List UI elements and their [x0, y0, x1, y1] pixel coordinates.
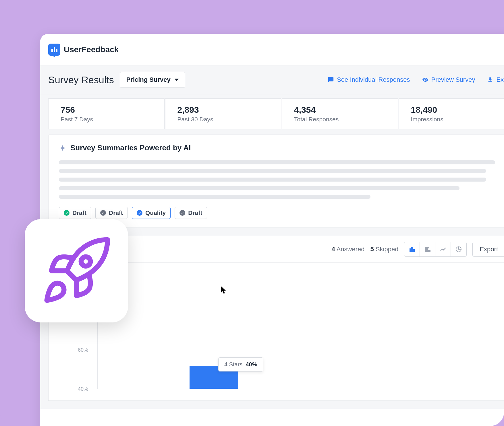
skeleton-line: [59, 195, 370, 199]
y-tick: 40%: [78, 386, 88, 392]
svg-rect-0: [410, 249, 411, 252]
check-circle-icon: [137, 210, 142, 216]
skeleton-line: [59, 169, 486, 173]
see-responses-link[interactable]: See Individual Responses: [328, 76, 410, 83]
page-title: Survey Results: [48, 74, 114, 85]
skipped-stat: 5 Skipped: [370, 246, 399, 253]
export-link[interactable]: Export: [487, 76, 504, 83]
svg-rect-2: [413, 250, 414, 252]
stat-label: Total Responses: [294, 116, 386, 123]
horizontal-bar-icon: [424, 246, 431, 253]
skeleton-line: [59, 160, 495, 164]
answered-stat: 4 Answered: [332, 246, 365, 253]
logo-icon: [48, 44, 60, 56]
chart-type-pie-button[interactable]: [451, 242, 466, 256]
chart-tooltip: 4 Stars 40%: [218, 357, 263, 371]
stat-card-30days: 2,893 Past 30 Days: [165, 98, 281, 129]
stat-value: 18,490: [411, 105, 503, 115]
stat-card-total: 4,354 Total Responses: [282, 98, 398, 129]
brand-name: UserFeedback: [64, 45, 119, 54]
survey-dropdown[interactable]: Pricing Survey: [120, 72, 185, 88]
chart-type-line-button[interactable]: [435, 242, 451, 256]
svg-point-7: [81, 257, 90, 266]
check-circle-icon: [100, 210, 106, 216]
ai-summary-card: Survey Summaries Powered by AI Draft Dra…: [48, 135, 504, 228]
svg-rect-3: [425, 247, 429, 248]
rocket-icon: [39, 234, 114, 308]
stat-value: 4,354: [294, 105, 386, 115]
skeleton-line: [59, 178, 486, 182]
tag-draft[interactable]: Draft: [59, 207, 91, 219]
stat-value: 2,893: [177, 105, 269, 115]
tags-row: Draft Draft Quality Draft: [59, 207, 504, 219]
outer-frame: UserFeedback Survey Results Pricing Surv…: [0, 0, 504, 426]
chart-type-group: [404, 242, 467, 257]
line-chart-icon: [440, 246, 447, 253]
stat-label: Past 7 Days: [61, 116, 152, 123]
stat-value: 756: [61, 105, 152, 115]
eye-icon: [422, 77, 428, 83]
stat-card-impressions: 18,490 Impressions: [399, 98, 504, 129]
chevron-down-icon: [175, 79, 179, 81]
svg-rect-1: [412, 247, 413, 252]
topbar: UserFeedback: [40, 34, 504, 65]
bar-chart-icon: [409, 246, 416, 253]
chart-type-hbar-button[interactable]: [420, 242, 435, 256]
svg-rect-5: [425, 250, 430, 252]
skeleton-line: [59, 186, 459, 190]
subheader-actions: See Individual Responses Preview Survey …: [328, 76, 504, 83]
svg-rect-4: [425, 249, 428, 250]
dropdown-selected: Pricing Survey: [126, 76, 171, 83]
chart-plot: 4 Stars 40%: [97, 274, 501, 389]
stat-card-7days: 756 Past 7 Days: [48, 98, 165, 129]
pie-chart-icon: [455, 246, 462, 253]
ai-header: Survey Summaries Powered by AI: [59, 143, 504, 152]
question-export-button[interactable]: Export: [472, 242, 504, 257]
sparkle-icon: [59, 144, 66, 152]
rocket-overlay: [25, 219, 128, 322]
preview-survey-link[interactable]: Preview Survey: [422, 76, 475, 83]
download-icon: [487, 77, 493, 83]
tag-draft[interactable]: Draft: [95, 207, 128, 219]
y-tick: 60%: [78, 347, 88, 353]
stat-label: Past 30 Days: [177, 116, 269, 123]
tag-draft[interactable]: Draft: [175, 207, 207, 219]
logo[interactable]: UserFeedback: [48, 44, 119, 56]
comment-icon: [328, 77, 334, 83]
ai-title: Survey Summaries Powered by AI: [70, 143, 191, 152]
cursor-icon: [221, 286, 227, 294]
stats-row: 756 Past 7 Days 2,893 Past 30 Days 4,354…: [40, 94, 504, 135]
check-circle-icon: [64, 210, 69, 216]
stat-label: Impressions: [411, 116, 503, 123]
check-circle-icon: [179, 210, 185, 216]
chart-type-bar-button[interactable]: [404, 242, 420, 256]
tag-quality[interactable]: Quality: [132, 207, 171, 219]
subheader: Survey Results Pricing Survey See Indivi…: [40, 65, 504, 94]
